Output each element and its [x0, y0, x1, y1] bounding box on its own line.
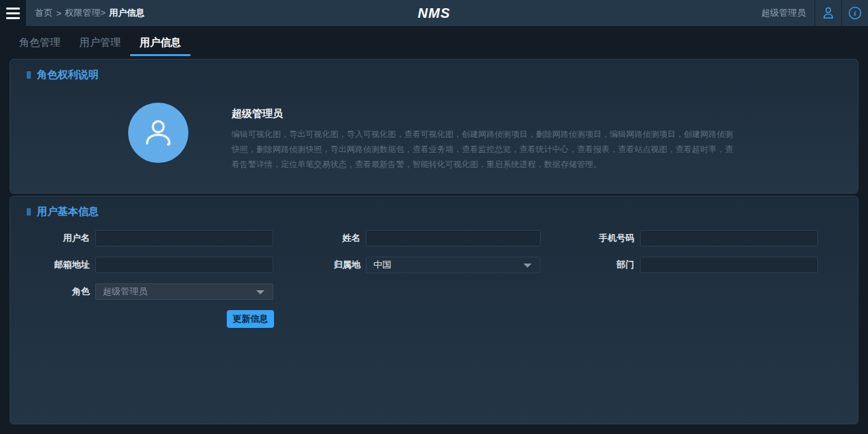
region-selected-value: 中国	[373, 259, 391, 271]
role-rights-panel: 角色权利说明 超级管理员 编辑可视化图，导出可视化图，导入可视化图，查看可视化图…	[10, 59, 858, 194]
department-input[interactable]	[640, 257, 818, 273]
role-field-group: 角色 超级管理员	[42, 283, 273, 300]
svg-text:i: i	[854, 9, 856, 17]
form-row: 邮箱地址 归属地 中国 部门	[10, 257, 858, 273]
bullet-icon	[27, 208, 31, 216]
user-info-panel: 用户基本信息 用户名 姓名 手机号码	[10, 196, 858, 424]
tab-user-info[interactable]: 用户信息	[130, 26, 190, 56]
role-panel-header: 角色权利说明	[10, 60, 858, 81]
role-name: 超级管理员	[232, 107, 740, 120]
role-avatar	[128, 103, 188, 163]
breadcrumb: 首页 > 权限管理> 用户信息	[35, 7, 145, 19]
bullet-icon	[27, 71, 31, 79]
role-panel-title: 角色权利说明	[37, 68, 99, 81]
tab-bar: 角色管理 用户管理 用户信息	[0, 26, 868, 59]
chevron-down-icon	[256, 290, 264, 294]
user-form: 用户名 姓名 手机号码 邮箱地址	[10, 218, 858, 328]
person-avatar-icon	[139, 114, 177, 152]
username-input[interactable]	[95, 230, 273, 246]
region-label: 归属地	[312, 259, 360, 271]
department-label: 部门	[586, 259, 634, 271]
region-field-group: 归属地 中国	[312, 257, 541, 273]
main-content: 角色权利说明 超级管理员 编辑可视化图，导出可视化图，导入可视化图，查看可视化图…	[0, 59, 868, 424]
breadcrumb-home[interactable]: 首页	[35, 7, 53, 19]
user-icon[interactable]	[815, 0, 841, 26]
hamburger-menu-icon[interactable]	[0, 0, 26, 26]
region-select[interactable]: 中国	[366, 257, 541, 273]
breadcrumb-current: 用户信息	[109, 7, 145, 19]
department-field-group: 部门	[586, 257, 818, 273]
tab-role-management[interactable]: 角色管理	[10, 26, 70, 56]
name-input[interactable]	[366, 230, 541, 246]
email-input[interactable]	[95, 257, 273, 273]
phone-label: 手机号码	[586, 232, 634, 244]
role-info: 超级管理员 编辑可视化图，导出可视化图，导入可视化图，查看可视化图，创建网路侦测…	[232, 107, 740, 172]
user-panel-title: 用户基本信息	[37, 205, 99, 218]
form-row: 角色 超级管理员	[10, 283, 858, 300]
username-label: 用户名	[42, 232, 90, 244]
role-selected-value: 超级管理员	[103, 285, 147, 298]
name-field-group: 姓名	[312, 230, 541, 246]
chevron-down-icon	[523, 264, 532, 268]
phone-input[interactable]	[640, 230, 818, 246]
name-label: 姓名	[312, 232, 360, 244]
info-icon[interactable]: i	[842, 0, 868, 26]
phone-field-group: 手机号码	[586, 230, 818, 246]
role-select[interactable]: 超级管理员	[95, 283, 273, 300]
current-user-label: 超级管理员	[761, 7, 806, 19]
topbar-right: 超级管理员 i	[761, 0, 868, 26]
breadcrumb-separator: >	[56, 8, 62, 18]
tab-user-management[interactable]: 用户管理	[70, 26, 130, 56]
role-label: 角色	[42, 285, 90, 298]
email-label: 邮箱地址	[42, 259, 90, 271]
app-root: 首页 > 权限管理> 用户信息 NMS 超级管理员 i	[0, 0, 868, 434]
button-row: 更新信息	[10, 310, 858, 328]
username-field-group: 用户名	[42, 230, 273, 246]
email-field-group: 邮箱地址	[42, 257, 273, 273]
user-panel-header: 用户基本信息	[10, 196, 858, 218]
update-info-button[interactable]: 更新信息	[227, 310, 274, 328]
top-bar: 首页 > 权限管理> 用户信息 NMS 超级管理员 i	[0, 0, 868, 26]
app-title: NMS	[418, 5, 450, 21]
role-description: 编辑可视化图，导出可视化图，导入可视化图，查看可视化图，创建网路侦测项目，删除网…	[232, 127, 740, 172]
breadcrumb-parent[interactable]: 权限管理>	[65, 7, 106, 19]
form-row: 用户名 姓名 手机号码	[10, 230, 858, 246]
